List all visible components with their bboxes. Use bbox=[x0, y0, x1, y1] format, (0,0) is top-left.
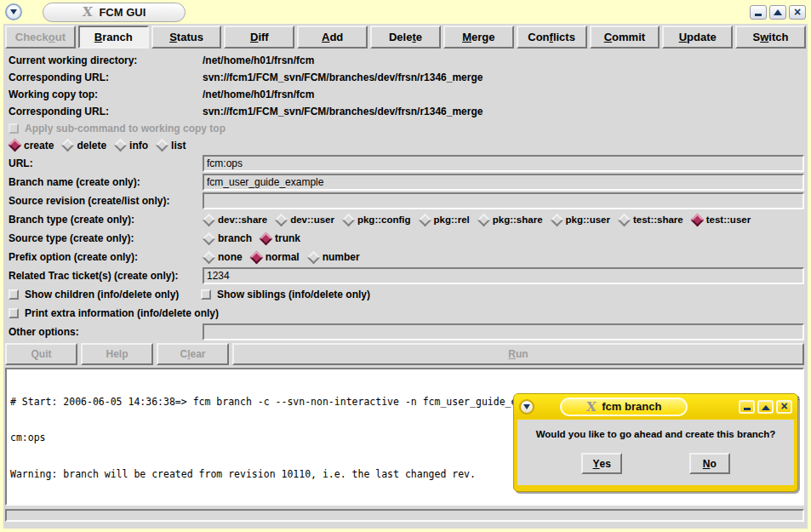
info-label: Current working directory: bbox=[9, 54, 203, 66]
info-value: /net/home/h01/frsn/fcm bbox=[203, 54, 314, 66]
trac-tickets-input[interactable]: 1234 bbox=[203, 267, 804, 284]
print-extra-checkbox[interactable] bbox=[9, 308, 19, 318]
tab-status[interactable]: Status bbox=[151, 26, 222, 49]
show-siblings-checkbox-group[interactable]: Show siblings (info/delete only) bbox=[201, 289, 370, 300]
show-children-checkbox[interactable] bbox=[9, 289, 19, 300]
tab-checkout[interactable]: Checkout bbox=[5, 26, 76, 49]
url-input[interactable]: fcm:ops bbox=[203, 155, 804, 172]
tab-merge[interactable]: Merge bbox=[443, 26, 514, 49]
branch-name-input[interactable]: fcm_user_guide_example bbox=[203, 174, 804, 191]
dialog-message: Would you like to go ahead and create th… bbox=[517, 429, 794, 439]
info-label: Working copy top: bbox=[9, 89, 203, 100]
print-extra-row: Print extra information (info/delete onl… bbox=[5, 304, 806, 323]
tab-commit[interactable]: Commit bbox=[590, 26, 660, 49]
branch-name-row: Branch name (create only): fcm_user_guid… bbox=[5, 173, 806, 191]
window-titlebar: X FCM GUI × bbox=[0, 0, 811, 24]
radio-diamond-icon bbox=[9, 139, 22, 152]
other-options-label: Other options: bbox=[9, 326, 203, 338]
close-icon: × bbox=[780, 400, 787, 413]
help-button[interactable]: Help bbox=[81, 343, 153, 365]
other-options-row: Other options: bbox=[5, 323, 806, 340]
dialog-minimize-button[interactable] bbox=[739, 400, 755, 414]
tab-diff[interactable]: Diff bbox=[224, 26, 294, 49]
show-siblings-checkbox[interactable] bbox=[201, 289, 211, 300]
radio-none[interactable]: none bbox=[203, 251, 243, 263]
tab-update[interactable]: Update bbox=[662, 26, 733, 49]
apply-subcommand-label: Apply sub-command to working copy top bbox=[25, 123, 226, 134]
radio-list[interactable]: list bbox=[156, 140, 186, 152]
print-extra-checkbox-group[interactable]: Print extra information (info/delete onl… bbox=[9, 307, 219, 319]
minimize-icon bbox=[744, 408, 751, 410]
quit-button[interactable]: Quit bbox=[5, 343, 77, 365]
dialog-close-button[interactable]: × bbox=[776, 400, 792, 414]
dialog-body: Would you like to go ahead and create th… bbox=[517, 420, 794, 485]
run-button[interactable]: Run bbox=[232, 343, 804, 365]
radio-diamond-icon bbox=[114, 139, 128, 152]
radio-info[interactable]: info bbox=[114, 140, 148, 152]
prefix-option-label: Prefix option (create only): bbox=[9, 251, 203, 263]
source-revision-input[interactable] bbox=[203, 192, 804, 209]
radio-pkg-user[interactable]: pkg::user bbox=[551, 215, 610, 225]
info-label: Corresponding URL: bbox=[9, 72, 203, 83]
no-button[interactable]: No bbox=[689, 453, 730, 474]
radio-pkg-config[interactable]: pkg::config bbox=[342, 215, 411, 225]
radio-diamond-icon bbox=[203, 250, 216, 264]
x11-logo-icon: X bbox=[82, 4, 94, 20]
branch-type-label: Branch type (create only): bbox=[9, 214, 203, 226]
radio-trunk[interactable]: trunk bbox=[260, 232, 300, 244]
window-title-tab[interactable]: X FCM GUI bbox=[43, 3, 186, 22]
tab-switch[interactable]: Switch bbox=[735, 26, 806, 49]
maximize-icon bbox=[774, 9, 782, 15]
show-options-row: Show children (info/delete only) Show si… bbox=[5, 285, 806, 304]
dialog-title-tab[interactable]: X fcm branch bbox=[560, 398, 688, 416]
status-bar bbox=[5, 509, 804, 522]
radio-dev-user[interactable]: dev::user bbox=[275, 215, 334, 225]
minimize-button[interactable] bbox=[750, 5, 767, 20]
subcommand-tabbar: Checkout Branch Status Diff Add Delete M… bbox=[5, 26, 806, 49]
radio-diamond-icon bbox=[203, 232, 216, 245]
dialog-maximize-button[interactable] bbox=[757, 400, 774, 414]
apply-subcommand-checkbox bbox=[9, 123, 19, 134]
radio-diamond-icon bbox=[306, 250, 320, 264]
branch-name-label: Branch name (create only): bbox=[9, 176, 203, 188]
other-options-input[interactable] bbox=[203, 323, 804, 340]
radio-test-user[interactable]: test::user bbox=[691, 215, 751, 225]
radio-diamond-icon bbox=[260, 232, 273, 245]
radio-diamond-icon bbox=[249, 250, 263, 264]
radio-create[interactable]: create bbox=[9, 140, 54, 152]
close-icon: × bbox=[794, 6, 801, 19]
radio-pkg-rel[interactable]: pkg::rel bbox=[419, 215, 470, 225]
radio-diamond-icon bbox=[275, 213, 288, 226]
radio-dev-share[interactable]: dev::share bbox=[203, 215, 267, 225]
window-menu-button[interactable] bbox=[5, 3, 22, 20]
dialog-menu-button[interactable] bbox=[519, 399, 534, 415]
radio-normal[interactable]: normal bbox=[250, 251, 300, 263]
info-row-wc-top: Working copy top: /net/home/h01/frsn/fcm bbox=[5, 86, 806, 103]
radio-diamond-icon bbox=[61, 139, 75, 152]
show-children-checkbox-group[interactable]: Show children (info/delete only) bbox=[9, 289, 201, 300]
info-value: svn://fcm1/FCM_svn/FCM/branches/dev/frsn… bbox=[203, 72, 483, 83]
yes-button[interactable]: Yes bbox=[581, 453, 622, 474]
tab-delete[interactable]: Delete bbox=[370, 26, 441, 49]
radio-number[interactable]: number bbox=[307, 251, 360, 263]
tab-add[interactable]: Add bbox=[297, 26, 368, 49]
tab-branch[interactable]: Branch bbox=[78, 26, 149, 49]
info-row-cwd: Current working directory: /net/home/h01… bbox=[5, 52, 806, 69]
clear-button[interactable]: Clear bbox=[157, 343, 229, 365]
url-label: URL: bbox=[9, 157, 203, 169]
close-button[interactable]: × bbox=[789, 5, 806, 20]
url-row: URL: fcm:ops bbox=[5, 154, 806, 172]
trac-tickets-row: Related Trac ticket(s) (create only): 12… bbox=[5, 266, 806, 284]
radio-diamond-icon bbox=[418, 213, 431, 226]
info-row-wc-top-url: Corresponding URL: svn://fcm1/FCM_svn/FC… bbox=[5, 103, 806, 120]
radio-branch[interactable]: branch bbox=[203, 232, 252, 244]
radio-pkg-share[interactable]: pkg::share bbox=[477, 215, 543, 225]
window-title: FCM GUI bbox=[99, 6, 146, 19]
info-value: svn://fcm1/FCM_svn/FCM/branches/dev/frsn… bbox=[203, 106, 483, 117]
radio-test-share[interactable]: test::share bbox=[618, 215, 683, 225]
tab-conflicts[interactable]: Conflicts bbox=[517, 26, 587, 49]
radio-delete[interactable]: delete bbox=[61, 140, 106, 152]
radio-diamond-icon bbox=[618, 213, 631, 226]
chevron-down-icon bbox=[10, 9, 17, 14]
maximize-button[interactable] bbox=[769, 5, 786, 20]
